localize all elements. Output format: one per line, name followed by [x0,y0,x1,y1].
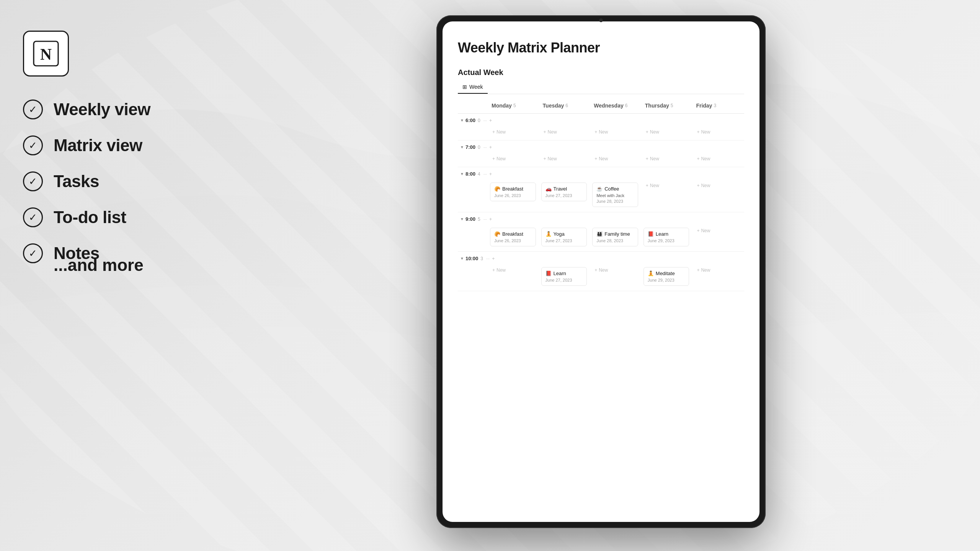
task-title-8:00-1: 🚗 Travel [546,186,583,192]
task-card-8:00-2[interactable]: ☕ Coffee Meet with Jack June 28, 2023 [592,183,638,207]
add-new-btn-8:00-3[interactable]: + New [644,181,692,190]
slot-cell-8:00-3: + New [642,181,693,209]
time-label-cell-8:00: ▼ 8:00 4 ··· + [458,169,488,179]
add-icon-8:00[interactable]: + [489,171,492,177]
col-day-monday: Monday [492,103,512,109]
add-new-btn-6:00-4[interactable]: + New [694,128,743,136]
task-card-9:00-0[interactable]: 🥐 Breakfast June 26, 2023 [490,228,536,246]
tab-week[interactable]: ⊞ Week [458,81,488,94]
slot-cell-6:00-3: + New [642,127,693,137]
add-new-btn-6:00-1[interactable]: + New [541,128,590,136]
task-emoji-9:00-1: 🧘 [546,231,552,237]
time-header-10:00: ▼ 10:00 3 ··· + [458,252,744,265]
add-new-btn-7:00-0[interactable]: + New [490,155,538,163]
add-icon-7:00[interactable]: + [489,144,492,150]
time-header-8:00: ▼ 8:00 4 ··· + [458,167,744,181]
toggle-icon-10:00[interactable]: ▼ [460,256,464,261]
col-count-friday: 3 [714,103,716,108]
task-card-10:00-1[interactable]: 📕 Learn June 27, 2023 [541,267,587,286]
add-new-btn-7:00-1[interactable]: + New [541,155,590,163]
task-card-10:00-3[interactable]: 🧘 Meditate June 29, 2023 [644,267,689,286]
feature-item-todo-list: ✓ To-do list [23,207,199,227]
dots-icon-8:00[interactable]: ··· [483,172,487,176]
tab-bar: ⊞ Week [458,81,744,94]
plus-icon-7:00-0: + [492,156,495,161]
time-slot-7:00: ▼ 7:00 0 ··· + + New + New + New [458,140,744,167]
time-content-6:00: + New + New + New + New [458,127,744,140]
section-heading: Actual Week [458,68,744,77]
dots-icon-9:00[interactable]: ··· [483,217,487,222]
toggle-icon-9:00[interactable]: ▼ [460,217,464,221]
add-new-btn-10:00-2[interactable]: + New [592,266,640,274]
add-new-btn-6:00-0[interactable]: + New [490,128,538,136]
feature-more: ...and more [23,256,199,275]
plus-icon-8:00-4: + [697,183,699,188]
feature-label-tasks: Tasks [54,172,99,191]
add-new-btn-7:00-2[interactable]: + New [592,155,640,163]
task-date-10:00-3: June 29, 2023 [648,278,685,282]
task-card-9:00-1[interactable]: 🧘 Yoga June 27, 2023 [541,228,587,246]
slot-cell-6:00-1: + New [540,127,591,137]
toggle-icon-6:00[interactable]: ▼ [460,118,464,122]
slot-cell-6:00-2: + New [591,127,642,137]
task-emoji-10:00-1: 📕 [546,271,552,276]
feature-item-weekly-view: ✓ Weekly view [23,99,199,119]
slot-cell-7:00-3: + New [642,154,693,164]
slot-cell-10:00-4: + New [693,265,744,288]
col-headers: Monday 5 Tuesday 6 Wednesday 6 Thursda [458,101,744,114]
task-date-9:00-1: June 27, 2023 [546,238,583,243]
add-new-btn-7:00-3[interactable]: + New [644,155,692,163]
task-card-9:00-3[interactable]: 📕 Learn June 29, 2023 [644,228,689,246]
task-title-9:00-3: 📕 Learn [648,231,685,237]
add-icon-9:00[interactable]: + [489,216,492,222]
task-card-8:00-0[interactable]: 🥐 Breakfast June 26, 2023 [490,183,536,201]
dots-icon-7:00[interactable]: ··· [483,145,487,150]
time-slots-container: ▼ 6:00 0 ··· + + New + New + New [458,114,744,291]
task-date-9:00-0: June 26, 2023 [494,238,532,243]
slot-cell-7:00-1: + New [540,154,591,164]
add-new-btn-10:00-4[interactable]: + New [694,266,743,274]
page-title: Weekly Matrix Planner [458,40,744,56]
left-panel: N ✓ Weekly view ✓ Matrix view ✓ Tasks ✓ … [0,0,222,551]
task-card-8:00-1[interactable]: 🚗 Travel June 27, 2023 [541,183,587,201]
add-new-btn-10:00-0[interactable]: + New [490,266,538,274]
time-slot-9:00: ▼ 9:00 5 ··· + 🥐 Breakfast June 26, 2023 [458,212,744,252]
dots-icon-10:00[interactable]: ··· [486,256,490,261]
add-new-btn-7:00-4[interactable]: + New [694,155,743,163]
task-card-9:00-2[interactable]: 👨‍👩‍👧‍👦 Family time June 28, 2023 [592,228,638,246]
dots-icon-6:00[interactable]: ··· [483,118,487,123]
task-title-9:00-1: 🧘 Yoga [546,231,583,237]
task-title-8:00-0: 🥐 Breakfast [494,186,532,192]
time-content-7:00: + New + New + New + New [458,154,744,167]
notion-content: Weekly Matrix Planner Actual Week ⊞ Week [443,21,760,522]
col-count-tuesday: 6 [565,103,568,108]
add-new-btn-6:00-3[interactable]: + New [644,128,692,136]
slot-cell-7:00-0: + New [488,154,540,164]
tablet: Weekly Matrix Planner Actual Week ⊞ Week [436,15,766,528]
col-day-thursday: Thursday [645,103,669,109]
col-day-tuesday: Tuesday [543,103,564,109]
toggle-icon-8:00[interactable]: ▼ [460,172,464,176]
col-header-friday: Friday 3 [693,101,744,110]
slot-cell-9:00-3: 📕 Learn June 29, 2023 [642,226,693,248]
col-count-thursday: 5 [671,103,673,108]
task-title-9:00-0: 🥐 Breakfast [494,231,532,237]
slot-cell-7:00-2: + New [591,154,642,164]
plus-icon-8:00-3: + [646,183,648,188]
slot-cell-10:00-2: + New [591,265,642,288]
plus-icon-10:00-2: + [595,267,597,273]
task-title-9:00-2: 👨‍👩‍👧‍👦 Family time [596,231,634,237]
feature-item-matrix-view: ✓ Matrix view [23,135,199,155]
time-content-9:00: 🥐 Breakfast June 26, 2023 🧘 Yoga June 27… [458,226,744,251]
add-new-btn-9:00-4[interactable]: + New [694,227,743,235]
add-icon-6:00[interactable]: + [489,117,492,123]
add-new-btn-6:00-2[interactable]: + New [592,128,640,136]
add-new-btn-8:00-4[interactable]: + New [694,181,743,190]
feature-item-tasks: ✓ Tasks [23,171,199,191]
col-count-monday: 5 [513,103,516,108]
task-date-9:00-2: June 28, 2023 [596,238,634,243]
check-icon-weekly-view: ✓ [23,99,43,119]
task-title-8:00-2: ☕ Coffee [596,186,634,192]
add-icon-10:00[interactable]: + [492,256,495,261]
toggle-icon-7:00[interactable]: ▼ [460,145,464,149]
